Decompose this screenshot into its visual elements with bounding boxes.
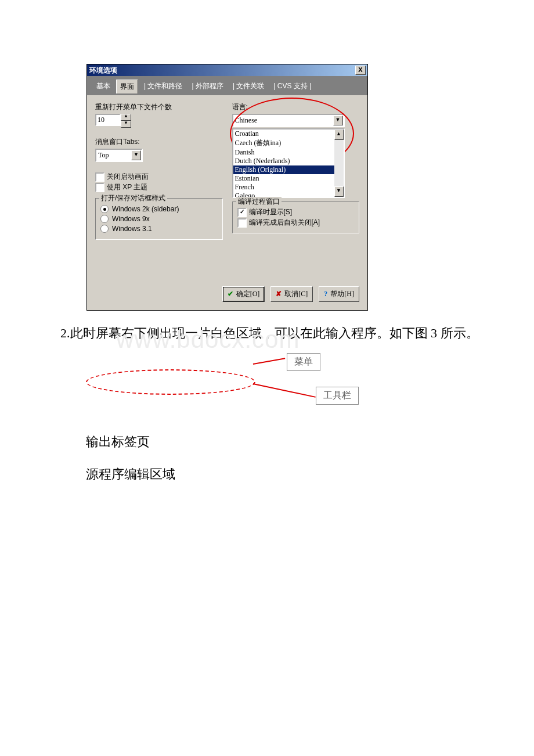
show-on-compile-checkbox[interactable]: ✓ 编译时显示[S]	[237, 207, 355, 217]
radio-icon	[100, 225, 109, 233]
radio-win2k[interactable]: Windows 2k (sidebar)	[100, 205, 218, 213]
scroll-down-icon[interactable]: ▼	[334, 186, 344, 197]
language-listbox[interactable]: Croatian Czech (蕃嫃ina) Danish Dutch (Ned…	[232, 128, 345, 198]
chevron-down-icon[interactable]: ▼	[333, 116, 343, 125]
label-editor-area: 源程序编辑区域	[86, 466, 534, 483]
reopen-count-spinner[interactable]: ▲ ▼	[95, 114, 130, 128]
dialog-titlebar: 环境选项 X	[87, 64, 367, 76]
list-item[interactable]: French	[233, 183, 334, 192]
tab-assoc[interactable]: | 文件关联	[229, 80, 268, 93]
msg-tabs-label: 消息窗口Tabs:	[95, 137, 223, 147]
list-item[interactable]: Dutch (Nederlands)	[233, 157, 334, 165]
list-item[interactable]: Croatian	[233, 129, 334, 138]
label-output-tab: 输出标签页	[86, 433, 534, 451]
ok-button[interactable]: 确定[O]	[222, 286, 265, 302]
checkbox-icon	[95, 183, 104, 192]
compile-window-legend: 编译过程窗口	[236, 197, 282, 207]
label-menu: 菜单	[287, 353, 320, 371]
close-icon[interactable]: X	[355, 66, 366, 75]
check-icon	[228, 290, 233, 298]
language-selected: Chinese	[233, 116, 333, 125]
tab-external[interactable]: | 外部程序	[188, 80, 226, 93]
reopen-count-label: 重新打开菜单下文件个数	[95, 102, 223, 112]
scroll-track[interactable]	[334, 140, 344, 186]
radio-icon	[100, 215, 109, 223]
autoclose-after-compile-checkbox[interactable]: 编译完成后自动关闭[A]	[237, 218, 355, 228]
x-icon	[276, 290, 282, 298]
use-xp-theme-checkbox[interactable]: 使用 XP 主题	[95, 182, 223, 192]
question-icon	[324, 290, 327, 298]
tab-paths[interactable]: | 文件和路径	[140, 80, 186, 93]
close-splash-checkbox[interactable]: 关闭启动画面	[95, 172, 223, 182]
dialog-tabs: 基本 界面 | 文件和路径 | 外部程序 | 文件关联 | CVS 支持 |	[87, 76, 367, 95]
radio-win9x[interactable]: Windows 9x	[100, 215, 218, 223]
msg-tabs-select[interactable]: Top ▼	[95, 149, 143, 162]
scroll-up-icon[interactable]: ▲	[334, 129, 344, 140]
list-item[interactable]: Danish	[233, 148, 334, 157]
dialog-style-legend: 打开/保存对话框样式	[99, 193, 167, 203]
tab-interface[interactable]: 界面	[116, 80, 138, 93]
checkbox-checked-icon: ✓	[237, 208, 247, 217]
cancel-button[interactable]: 取消[C]	[270, 286, 313, 302]
para-prefix: 2.	[60, 326, 70, 340]
dashed-ellipse-icon	[86, 369, 255, 395]
scrollbar[interactable]: ▲ ▼	[334, 129, 344, 197]
label-toolbar: 工具栏	[316, 387, 359, 405]
spin-down-icon[interactable]: ▼	[121, 121, 131, 128]
checkbox-icon	[95, 172, 104, 182]
radio-icon	[100, 205, 109, 213]
list-item[interactable]: Estonian	[233, 174, 334, 183]
leader-line-icon	[253, 358, 285, 365]
msg-tabs-value: Top	[96, 151, 131, 160]
help-button[interactable]: 帮助[H]	[319, 286, 359, 302]
list-item[interactable]: Czech (蕃嫃ina)	[233, 138, 334, 148]
leader-line-icon	[253, 383, 316, 398]
radio-win31[interactable]: Windows 3.1	[100, 225, 218, 233]
dialog-title: 环境选项	[89, 66, 355, 75]
language-label: 语言:	[232, 102, 360, 112]
environment-options-dialog: 环境选项 X 基本 界面 | 文件和路径 | 外部程序 | 文件关联 | CVS…	[86, 64, 534, 311]
tab-basic[interactable]: 基本	[93, 80, 114, 93]
language-select[interactable]: Chinese ▼	[232, 114, 345, 127]
reopen-count-input[interactable]	[95, 114, 121, 126]
ui-area-diagram: 菜单 工具栏	[86, 354, 534, 418]
tab-cvs[interactable]: | CVS 支持 |	[270, 80, 315, 93]
compile-window-group: 编译过程窗口 ✓ 编译时显示[S] 编译完成后自动关闭[A]	[232, 201, 360, 233]
checkbox-icon	[237, 218, 247, 228]
body-paragraph: 2.此时屏幕右下侧出现一片白色区域，可以在此输入程序。如下图 3 所示。 www…	[35, 322, 499, 344]
list-item-selected[interactable]: English (Original)	[233, 165, 334, 174]
chevron-down-icon[interactable]: ▼	[131, 150, 141, 160]
dialog-style-group: 打开/保存对话框样式 Windows 2k (sidebar) Windows …	[95, 198, 223, 240]
